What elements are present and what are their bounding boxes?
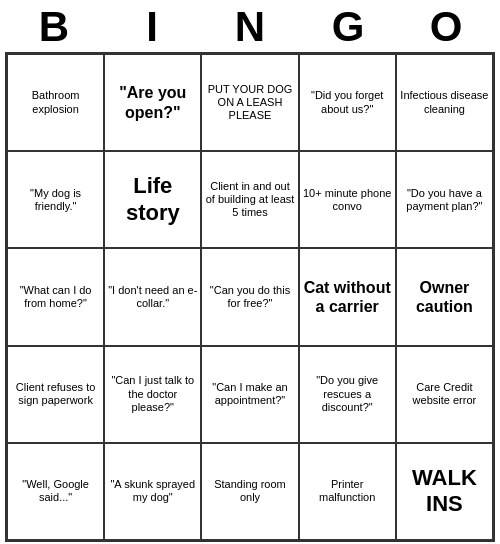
bingo-cell-12[interactable]: "Can you do this for free?" — [201, 248, 298, 345]
bingo-cell-1[interactable]: "Are you open?" — [104, 54, 201, 151]
bingo-cell-3[interactable]: "Did you forget about us?" — [299, 54, 396, 151]
bingo-cell-21[interactable]: "A skunk sprayed my dog" — [104, 443, 201, 540]
bingo-cell-4[interactable]: Infectious disease cleaning — [396, 54, 493, 151]
title-g: G — [303, 6, 393, 48]
bingo-cell-19[interactable]: Care Credit website error — [396, 346, 493, 443]
bingo-cell-24[interactable]: WALK INS — [396, 443, 493, 540]
bingo-cell-6[interactable]: Life story — [104, 151, 201, 248]
bingo-cell-10[interactable]: "What can I do from home?" — [7, 248, 104, 345]
bingo-cell-23[interactable]: Printer malfunction — [299, 443, 396, 540]
title-b: B — [9, 6, 99, 48]
bingo-cell-7[interactable]: Client in and out of building at least 5… — [201, 151, 298, 248]
bingo-cell-20[interactable]: "Well, Google said..." — [7, 443, 104, 540]
title-n: N — [205, 6, 295, 48]
bingo-cell-5[interactable]: "My dog is friendly." — [7, 151, 104, 248]
bingo-cell-14[interactable]: Owner caution — [396, 248, 493, 345]
bingo-cell-22[interactable]: Standing room only — [201, 443, 298, 540]
title-i: I — [107, 6, 197, 48]
bingo-cell-13[interactable]: Cat without a carrier — [299, 248, 396, 345]
bingo-cell-11[interactable]: "I don't need an e-collar." — [104, 248, 201, 345]
bingo-cell-2[interactable]: PUT YOUR DOG ON A LEASH PLEASE — [201, 54, 298, 151]
bingo-cell-18[interactable]: "Do you give rescues a discount?" — [299, 346, 396, 443]
bingo-cell-16[interactable]: "Can I just talk to the doctor please?" — [104, 346, 201, 443]
bingo-cell-0[interactable]: Bathroom explosion — [7, 54, 104, 151]
bingo-cell-9[interactable]: "Do you have a payment plan?" — [396, 151, 493, 248]
bingo-grid: Bathroom explosion"Are you open?"PUT YOU… — [5, 52, 495, 542]
bingo-cell-17[interactable]: "Can I make an appointment?" — [201, 346, 298, 443]
bingo-cell-8[interactable]: 10+ minute phone convo — [299, 151, 396, 248]
bingo-title: B I N G O — [5, 0, 495, 52]
title-o: O — [401, 6, 491, 48]
bingo-cell-15[interactable]: Client refuses to sign paperwork — [7, 346, 104, 443]
